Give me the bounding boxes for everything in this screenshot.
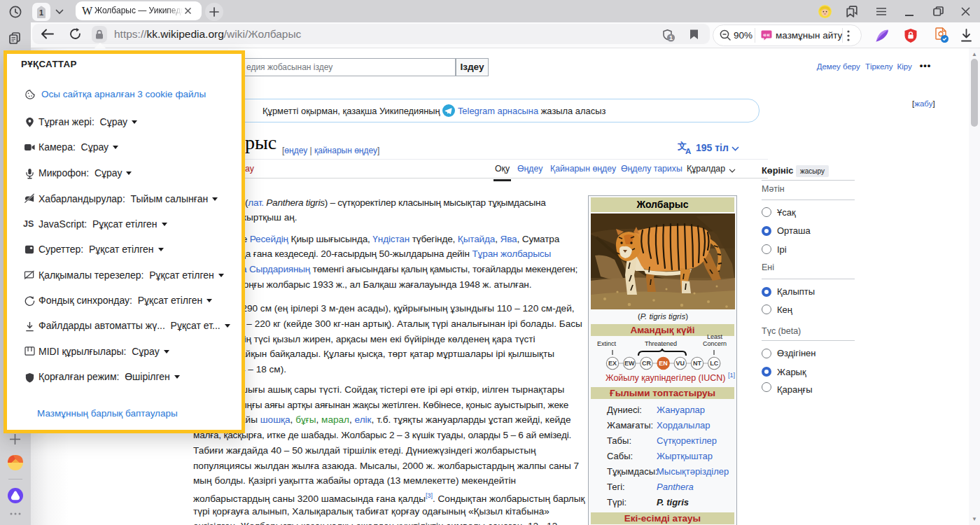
svg-text:1: 1	[669, 34, 673, 41]
svg-text:LC: LC	[710, 360, 718, 367]
svg-text:VU: VU	[676, 360, 685, 367]
svg-text:EN: EN	[659, 360, 668, 367]
svg-text:1: 1	[39, 8, 43, 17]
svg-text:EX: EX	[608, 360, 617, 367]
svg-text:NT: NT	[693, 360, 701, 367]
svg-text:A: A	[685, 147, 691, 155]
svg-text:EW: EW	[624, 360, 635, 367]
svg-text:««: ««	[763, 31, 770, 38]
svg-text:CR: CR	[642, 360, 651, 367]
